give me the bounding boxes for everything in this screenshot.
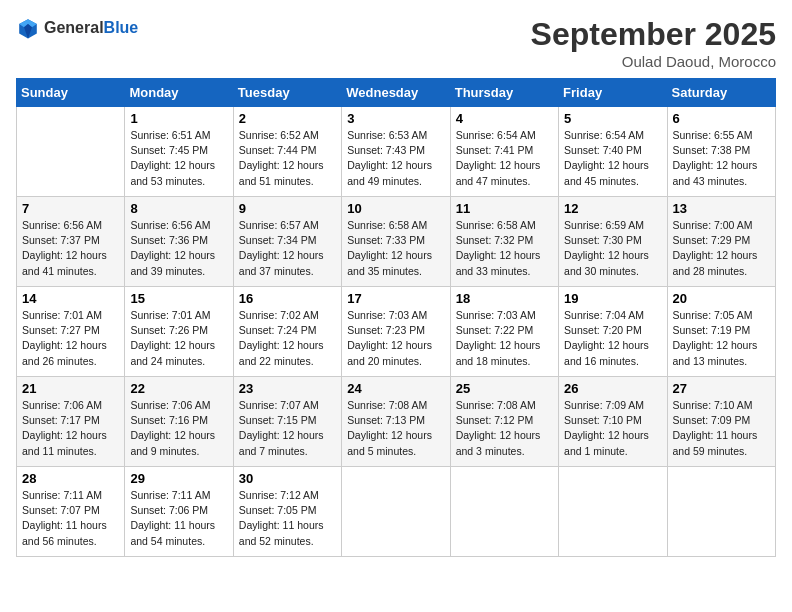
day-info: Sunrise: 7:03 AMSunset: 7:22 PMDaylight:… (456, 308, 553, 369)
day-number: 15 (130, 291, 227, 306)
day-info: Sunrise: 7:01 AMSunset: 7:26 PMDaylight:… (130, 308, 227, 369)
calendar-cell: 2Sunrise: 6:52 AMSunset: 7:44 PMDaylight… (233, 107, 341, 197)
day-info: Sunrise: 6:54 AMSunset: 7:41 PMDaylight:… (456, 128, 553, 189)
day-number: 3 (347, 111, 444, 126)
calendar-cell: 3Sunrise: 6:53 AMSunset: 7:43 PMDaylight… (342, 107, 450, 197)
day-info: Sunrise: 7:06 AMSunset: 7:17 PMDaylight:… (22, 398, 119, 459)
day-number: 18 (456, 291, 553, 306)
day-number: 17 (347, 291, 444, 306)
day-number: 9 (239, 201, 336, 216)
column-header-monday: Monday (125, 79, 233, 107)
calendar-cell: 27Sunrise: 7:10 AMSunset: 7:09 PMDayligh… (667, 377, 775, 467)
calendar-header-row: SundayMondayTuesdayWednesdayThursdayFrid… (17, 79, 776, 107)
day-info: Sunrise: 7:02 AMSunset: 7:24 PMDaylight:… (239, 308, 336, 369)
day-info: Sunrise: 7:01 AMSunset: 7:27 PMDaylight:… (22, 308, 119, 369)
calendar-cell: 7Sunrise: 6:56 AMSunset: 7:37 PMDaylight… (17, 197, 125, 287)
calendar-cell: 24Sunrise: 7:08 AMSunset: 7:13 PMDayligh… (342, 377, 450, 467)
calendar-cell (342, 467, 450, 557)
calendar-week-row: 1Sunrise: 6:51 AMSunset: 7:45 PMDaylight… (17, 107, 776, 197)
day-info: Sunrise: 6:57 AMSunset: 7:34 PMDaylight:… (239, 218, 336, 279)
day-info: Sunrise: 6:56 AMSunset: 7:37 PMDaylight:… (22, 218, 119, 279)
calendar-cell: 19Sunrise: 7:04 AMSunset: 7:20 PMDayligh… (559, 287, 667, 377)
day-number: 26 (564, 381, 661, 396)
day-number: 27 (673, 381, 770, 396)
calendar-cell (559, 467, 667, 557)
day-number: 5 (564, 111, 661, 126)
day-number: 7 (22, 201, 119, 216)
day-info: Sunrise: 7:11 AMSunset: 7:06 PMDaylight:… (130, 488, 227, 549)
day-number: 13 (673, 201, 770, 216)
day-info: Sunrise: 7:04 AMSunset: 7:20 PMDaylight:… (564, 308, 661, 369)
calendar-cell: 14Sunrise: 7:01 AMSunset: 7:27 PMDayligh… (17, 287, 125, 377)
day-info: Sunrise: 6:54 AMSunset: 7:40 PMDaylight:… (564, 128, 661, 189)
column-header-saturday: Saturday (667, 79, 775, 107)
day-number: 22 (130, 381, 227, 396)
calendar-cell: 15Sunrise: 7:01 AMSunset: 7:26 PMDayligh… (125, 287, 233, 377)
day-number: 12 (564, 201, 661, 216)
calendar-week-row: 7Sunrise: 6:56 AMSunset: 7:37 PMDaylight… (17, 197, 776, 287)
day-info: Sunrise: 7:07 AMSunset: 7:15 PMDaylight:… (239, 398, 336, 459)
day-number: 24 (347, 381, 444, 396)
calendar-cell: 12Sunrise: 6:59 AMSunset: 7:30 PMDayligh… (559, 197, 667, 287)
day-info: Sunrise: 7:03 AMSunset: 7:23 PMDaylight:… (347, 308, 444, 369)
day-info: Sunrise: 6:53 AMSunset: 7:43 PMDaylight:… (347, 128, 444, 189)
day-number: 2 (239, 111, 336, 126)
calendar-week-row: 28Sunrise: 7:11 AMSunset: 7:07 PMDayligh… (17, 467, 776, 557)
day-number: 30 (239, 471, 336, 486)
column-header-thursday: Thursday (450, 79, 558, 107)
logo-general: General (44, 19, 104, 36)
day-info: Sunrise: 7:11 AMSunset: 7:07 PMDaylight:… (22, 488, 119, 549)
day-info: Sunrise: 6:56 AMSunset: 7:36 PMDaylight:… (130, 218, 227, 279)
day-number: 23 (239, 381, 336, 396)
day-number: 4 (456, 111, 553, 126)
calendar-cell (667, 467, 775, 557)
day-info: Sunrise: 7:08 AMSunset: 7:12 PMDaylight:… (456, 398, 553, 459)
logo-text: GeneralBlue (44, 19, 138, 37)
day-number: 21 (22, 381, 119, 396)
logo-blue: Blue (104, 19, 139, 36)
calendar-cell: 22Sunrise: 7:06 AMSunset: 7:16 PMDayligh… (125, 377, 233, 467)
calendar-week-row: 21Sunrise: 7:06 AMSunset: 7:17 PMDayligh… (17, 377, 776, 467)
calendar-cell: 8Sunrise: 6:56 AMSunset: 7:36 PMDaylight… (125, 197, 233, 287)
day-number: 19 (564, 291, 661, 306)
day-info: Sunrise: 7:10 AMSunset: 7:09 PMDaylight:… (673, 398, 770, 459)
day-info: Sunrise: 7:09 AMSunset: 7:10 PMDaylight:… (564, 398, 661, 459)
day-number: 25 (456, 381, 553, 396)
calendar-cell: 1Sunrise: 6:51 AMSunset: 7:45 PMDaylight… (125, 107, 233, 197)
calendar-cell: 6Sunrise: 6:55 AMSunset: 7:38 PMDaylight… (667, 107, 775, 197)
day-number: 10 (347, 201, 444, 216)
day-info: Sunrise: 6:58 AMSunset: 7:32 PMDaylight:… (456, 218, 553, 279)
calendar-week-row: 14Sunrise: 7:01 AMSunset: 7:27 PMDayligh… (17, 287, 776, 377)
logo: GeneralBlue (16, 16, 138, 40)
day-number: 28 (22, 471, 119, 486)
column-header-tuesday: Tuesday (233, 79, 341, 107)
calendar-cell: 30Sunrise: 7:12 AMSunset: 7:05 PMDayligh… (233, 467, 341, 557)
calendar-cell (450, 467, 558, 557)
page-header: GeneralBlue September 2025 Oulad Daoud, … (16, 16, 776, 70)
calendar-cell: 23Sunrise: 7:07 AMSunset: 7:15 PMDayligh… (233, 377, 341, 467)
day-info: Sunrise: 7:00 AMSunset: 7:29 PMDaylight:… (673, 218, 770, 279)
calendar-cell: 21Sunrise: 7:06 AMSunset: 7:17 PMDayligh… (17, 377, 125, 467)
calendar-cell: 16Sunrise: 7:02 AMSunset: 7:24 PMDayligh… (233, 287, 341, 377)
calendar-cell: 28Sunrise: 7:11 AMSunset: 7:07 PMDayligh… (17, 467, 125, 557)
calendar-cell: 13Sunrise: 7:00 AMSunset: 7:29 PMDayligh… (667, 197, 775, 287)
month-title: September 2025 (531, 16, 776, 53)
logo-icon (16, 16, 40, 40)
calendar-cell: 18Sunrise: 7:03 AMSunset: 7:22 PMDayligh… (450, 287, 558, 377)
calendar-cell (17, 107, 125, 197)
day-info: Sunrise: 6:55 AMSunset: 7:38 PMDaylight:… (673, 128, 770, 189)
column-header-friday: Friday (559, 79, 667, 107)
location-subtitle: Oulad Daoud, Morocco (531, 53, 776, 70)
day-number: 16 (239, 291, 336, 306)
day-number: 29 (130, 471, 227, 486)
day-number: 11 (456, 201, 553, 216)
day-info: Sunrise: 7:05 AMSunset: 7:19 PMDaylight:… (673, 308, 770, 369)
day-info: Sunrise: 6:51 AMSunset: 7:45 PMDaylight:… (130, 128, 227, 189)
day-number: 14 (22, 291, 119, 306)
day-info: Sunrise: 6:52 AMSunset: 7:44 PMDaylight:… (239, 128, 336, 189)
calendar-cell: 25Sunrise: 7:08 AMSunset: 7:12 PMDayligh… (450, 377, 558, 467)
calendar-cell: 17Sunrise: 7:03 AMSunset: 7:23 PMDayligh… (342, 287, 450, 377)
calendar-table: SundayMondayTuesdayWednesdayThursdayFrid… (16, 78, 776, 557)
day-number: 20 (673, 291, 770, 306)
calendar-cell: 11Sunrise: 6:58 AMSunset: 7:32 PMDayligh… (450, 197, 558, 287)
